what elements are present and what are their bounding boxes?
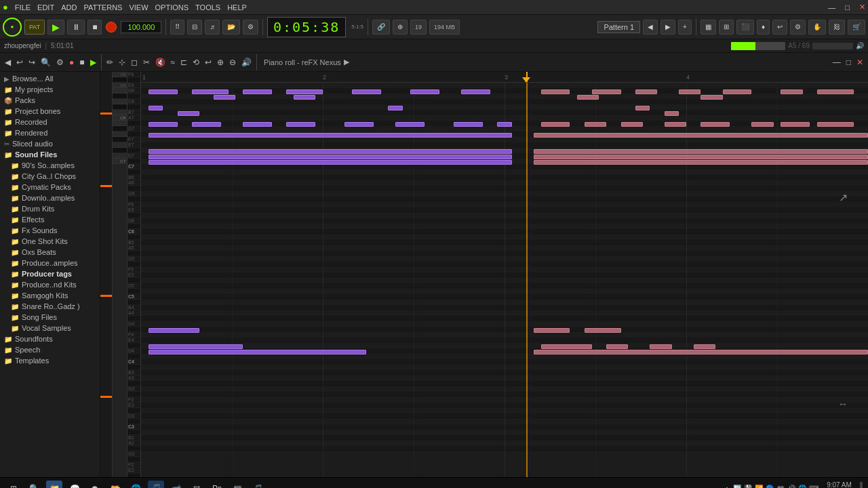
piano-roll-btn[interactable]: ♬ (205, 20, 220, 35)
note[interactable] (149, 160, 512, 165)
sidebar-sound-files[interactable]: 📁 Sound Files (0, 149, 100, 160)
window-close[interactable]: ✕ (859, 3, 865, 12)
sidebar-browse-all[interactable]: ▶ Browse... All (0, 73, 100, 84)
record-button[interactable] (106, 22, 117, 33)
menu-add[interactable]: ADD (61, 3, 77, 12)
pr-eraser-btn[interactable]: ◻ (129, 56, 140, 68)
note[interactable] (592, 89, 621, 94)
note[interactable] (541, 89, 570, 94)
pr-zoom2-btn[interactable]: ⊕ (215, 56, 226, 68)
window-maximize[interactable]: □ (845, 3, 850, 12)
note[interactable] (817, 122, 854, 127)
pr-settings-btn[interactable]: ⚙ (54, 56, 66, 68)
tray-storage[interactable]: 💾 (744, 485, 752, 488)
search-taskbar-button[interactable]: 🔍 (26, 481, 42, 489)
pattern-prev[interactable]: ◀ (643, 20, 658, 35)
note[interactable] (149, 149, 512, 154)
note[interactable] (497, 122, 511, 127)
tray-game[interactable]: 🎮 (776, 485, 785, 488)
macro-btn[interactable]: ♦ (757, 20, 770, 35)
note[interactable] (149, 133, 512, 138)
menu-edit[interactable]: EDIT (37, 3, 54, 12)
note[interactable] (701, 95, 722, 100)
note[interactable] (149, 350, 367, 354)
tray-sound[interactable]: 🔊 (787, 485, 795, 488)
menu-file[interactable]: FILE (15, 3, 31, 12)
pr-zoom3-btn[interactable]: ⊖ (227, 56, 238, 68)
sidebar-recorded[interactable]: 📁 Recorded (0, 117, 100, 127)
note[interactable] (243, 89, 272, 94)
note[interactable] (214, 95, 235, 100)
music-taskbar[interactable]: 🎵 (148, 481, 164, 489)
sidebar-project-bones[interactable]: 📁 Project bones (0, 106, 100, 117)
note[interactable] (541, 344, 592, 349)
pr-rec-btn[interactable]: ● (67, 56, 76, 68)
sidebar-drum-kits[interactable]: 📁 Drum Kits (0, 203, 100, 214)
note[interactable] (817, 89, 854, 94)
play-button[interactable]: ▶ (47, 20, 64, 35)
sidebar-samgogh-kits[interactable]: 📁 Samgogh Kits (0, 290, 100, 301)
note[interactable] (149, 122, 178, 127)
zoom-slider[interactable] (812, 43, 853, 49)
pr-undo2-btn[interactable]: ↩ (203, 56, 214, 68)
note[interactable] (621, 122, 643, 127)
note[interactable] (344, 122, 374, 127)
mail-taskbar[interactable]: ✉ (189, 481, 205, 489)
cart-btn[interactable]: 🛒 (848, 20, 865, 35)
note[interactable] (534, 155, 868, 159)
note[interactable] (723, 89, 752, 94)
export-btn[interactable]: ⬛ (736, 20, 754, 35)
bpm-display[interactable]: 100.000 (121, 21, 161, 33)
record-taskbar[interactable]: ⏺ (87, 481, 103, 489)
note[interactable] (635, 106, 650, 110)
sidebar-effects[interactable]: 📁 Effects (0, 214, 100, 225)
note[interactable] (534, 133, 868, 138)
app2-taskbar[interactable]: 🎮 (229, 481, 245, 489)
piano-keys[interactable]: F8 E8 C8 (113, 72, 127, 477)
show-desktop[interactable] (860, 482, 863, 489)
note[interactable] (577, 95, 599, 100)
note[interactable] (149, 89, 178, 94)
sidebar-city-ga-chops[interactable]: 📁 City Ga..l Chops (0, 171, 100, 182)
menu-patterns[interactable]: PATTERNS (83, 3, 122, 12)
sidebar-producer-tags[interactable]: 📁 Producer tags (0, 268, 100, 279)
menu-options[interactable]: OPTIONS (155, 3, 189, 12)
sidebar-speech[interactable]: 📁 Speech (0, 344, 100, 355)
pr-back-btn[interactable]: ◀ (3, 56, 13, 68)
pr-mute-btn[interactable]: 🔇 (153, 56, 167, 68)
sidebar-cymatic-packs[interactable]: 📁 Cymatic Packs (0, 182, 100, 192)
note[interactable] (665, 111, 679, 116)
note[interactable] (149, 344, 243, 349)
sidebar-my-projects[interactable]: 📁 My projects (0, 84, 100, 95)
note[interactable] (534, 350, 868, 354)
record-mode-btn[interactable]: ⊕ (393, 20, 408, 35)
note[interactable] (410, 89, 439, 94)
note[interactable] (388, 106, 402, 110)
pr-window-min[interactable]: — (831, 56, 843, 68)
step-sequencer-btn[interactable]: ⠿ (170, 20, 184, 35)
note[interactable] (541, 122, 570, 127)
note[interactable] (149, 106, 163, 110)
touch-btn[interactable]: ✋ (808, 20, 826, 35)
note[interactable] (149, 155, 512, 159)
sidebar-fx-sounds[interactable]: 📁 Fx Sounds (0, 225, 100, 236)
clock-display[interactable]: 9:07 AM 10/17/2022 (824, 481, 854, 488)
note[interactable] (352, 89, 381, 94)
pr-select-btn[interactable]: ⊹ (117, 56, 127, 68)
menu-help[interactable]: HELP (227, 3, 247, 12)
sidebar-oxs-beats[interactable]: 📁 Oxs Beats (0, 247, 100, 258)
note[interactable] (534, 149, 868, 154)
note[interactable] (650, 344, 671, 349)
fl-logo[interactable]: ● (3, 2, 8, 12)
pr-stop-btn[interactable]: ■ (77, 56, 86, 68)
note[interactable] (149, 328, 199, 333)
start-button[interactable]: ⊞ (5, 481, 22, 489)
pr-chord-btn[interactable]: ⊏ (178, 56, 189, 68)
sidebar-produce-nd-kits[interactable]: 📁 Produce..nd Kits (0, 279, 100, 290)
pr-title-arrow[interactable]: ▶ (344, 58, 349, 66)
pr-speaker-btn[interactable]: 🔊 (239, 56, 254, 68)
pr-redo-btn[interactable]: ↪ (26, 56, 37, 68)
pat-button[interactable]: PAT (24, 20, 45, 35)
note[interactable] (243, 122, 272, 127)
note[interactable] (694, 344, 715, 349)
